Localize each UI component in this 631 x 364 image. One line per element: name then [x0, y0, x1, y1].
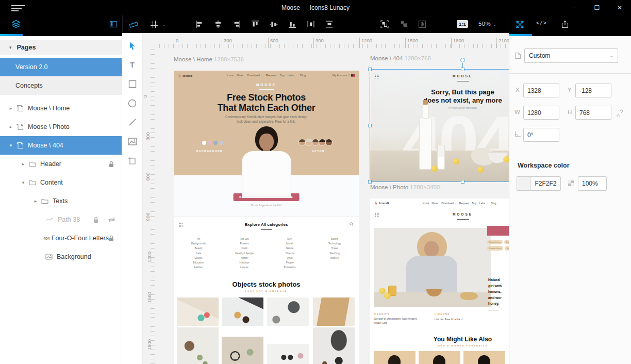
layer-row-path-38[interactable]: Path 38 — [0, 210, 122, 229]
share-export-icon[interactable] — [559, 19, 571, 30]
artboard-moose-home[interactable]: 🦌 Icons8 IconsMusicDownload ⌄RequestBuyL… — [174, 71, 359, 364]
y-input[interactable] — [575, 84, 611, 97]
align-bottom-icon[interactable] — [287, 19, 298, 30]
layer-row-texts[interactable]: ▸ Texts — [0, 192, 122, 210]
photo-tile[interactable] — [313, 297, 355, 326]
layer-row-header[interactable]: ▸ Header — [0, 155, 122, 173]
h-input[interactable] — [575, 106, 611, 120]
actor-avatars — [299, 139, 333, 146]
photo-tile[interactable] — [222, 297, 263, 326]
unlink-dimensions-icon[interactable] — [616, 109, 623, 117]
artboard-label-photo[interactable]: Moose \ Photo 1280×3450 — [370, 184, 440, 190]
404-headline-1: Sorry, But this page — [370, 88, 509, 96]
you-might-like-title: You Might Like Also — [370, 336, 509, 343]
selection-handle-mid-left[interactable] — [368, 124, 372, 127]
layer-row-moose-photo[interactable]: ▸ Moose \ Photo — [0, 118, 122, 136]
horizontal-ruler[interactable]: 03006009001200150018002100 — [155, 33, 509, 48]
lock-icon[interactable] — [93, 217, 99, 223]
search-icon[interactable] — [350, 222, 354, 226]
layer-row-moose-home[interactable]: ▸ Moose \ Home — [0, 99, 122, 118]
workspace-color-field[interactable]: F2F2F2 — [517, 176, 561, 191]
workspace-opacity-input[interactable] — [578, 176, 607, 191]
explore-underline — [261, 229, 272, 230]
artboard-moose-photo[interactable]: 🦌 Icons8 IconsMusicDownload ⌄RequestBuyL… — [370, 198, 509, 364]
x-input[interactable] — [523, 84, 559, 97]
select-tool-icon[interactable] — [128, 41, 137, 51]
ruler-toggle-icon[interactable] — [128, 19, 139, 30]
selection-handle-bottom-center[interactable] — [461, 180, 464, 184]
line-tool-icon[interactable] — [128, 118, 137, 127]
artboard-tool-icon[interactable] — [128, 156, 137, 165]
vertical-ruler[interactable]: 0300600900120015001800 — [143, 48, 155, 364]
chevron-down-icon[interactable]: ▾ — [9, 45, 12, 50]
photo-tile[interactable] — [313, 327, 355, 364]
rectangle-tool-icon[interactable] — [128, 79, 137, 89]
photo-person-face — [259, 134, 274, 150]
photo-tile[interactable] — [267, 344, 309, 364]
close-button[interactable]: ✕ — [608, 0, 631, 15]
rotation-angle-icon — [514, 131, 521, 138]
group-icon[interactable] — [379, 19, 390, 30]
align-left-icon[interactable] — [194, 19, 205, 30]
align-middle-vertical-icon[interactable] — [268, 19, 279, 30]
related-photo-tile[interactable] — [419, 351, 460, 364]
home-moose-wordmark: MOOSE — [174, 83, 359, 87]
lock-icon[interactable] — [108, 161, 114, 168]
layer-row-content[interactable]: ▾ Content — [0, 173, 122, 192]
artboard-label-404[interactable]: Moose \ 404 1280×768 — [370, 55, 431, 61]
related-photo-tile[interactable] — [463, 351, 505, 364]
download-note: Do not forget about the link! — [174, 204, 359, 207]
align-right-icon[interactable] — [231, 19, 242, 30]
image-tool-icon[interactable] — [128, 137, 137, 146]
photo-tile[interactable] — [267, 297, 309, 326]
photo-moose-underline — [457, 219, 469, 220]
404-moose-underline — [457, 81, 469, 81]
mask-icon[interactable] — [398, 19, 410, 30]
artboard-preset-icon — [514, 52, 521, 59]
photo-tile[interactable] — [222, 337, 263, 364]
photo-main-image — [374, 228, 491, 307]
photo-tile[interactable] — [177, 297, 219, 326]
page-item-version-2[interactable]: Version 2.0 — [0, 58, 122, 76]
rotation-handle[interactable] — [460, 58, 465, 62]
layers-tab-icon[interactable] — [10, 19, 22, 30]
rotation-input[interactable] — [523, 128, 559, 142]
workspace-color-hex[interactable]: F2F2F2 — [531, 180, 560, 187]
zoom-actual-size-button[interactable]: 1:1 — [457, 20, 468, 28]
minimize-button[interactable]: – — [563, 0, 586, 15]
selection-handle-top-left[interactable] — [368, 68, 372, 71]
selection-handle-top-center[interactable] — [461, 68, 464, 71]
photo-tile[interactable] — [177, 327, 219, 364]
align-center-horizontal-icon[interactable] — [212, 19, 224, 30]
workspace-color-swatch[interactable] — [517, 177, 531, 190]
grid-dropdown-chevron-icon[interactable]: ⌄ — [160, 19, 168, 30]
artboard-label-home[interactable]: Moose \ Home 1280×7536 — [174, 56, 244, 62]
oval-tool-icon[interactable] — [128, 98, 137, 108]
zoom-level-dropdown[interactable]: 50%⌄ — [478, 21, 497, 27]
related-photo-tile[interactable] — [374, 351, 416, 364]
eye-off-icon[interactable] — [108, 217, 115, 223]
maximize-button[interactable]: ☐ — [586, 0, 608, 15]
align-top-icon[interactable] — [250, 19, 261, 30]
selection-handle-bottom-left[interactable] — [368, 180, 372, 184]
layer-row-background[interactable]: Background — [0, 247, 122, 266]
lock-icon[interactable] — [108, 235, 114, 242]
canvas[interactable]: Moose \ Home 1280×7536 Moose \ 404 1280×… — [155, 48, 509, 364]
boolean-half-icon[interactable] — [417, 19, 428, 30]
distribute-horizontal-icon[interactable] — [305, 19, 317, 30]
text-tool-icon[interactable]: T — [128, 60, 137, 70]
w-input[interactable] — [523, 106, 559, 120]
hand-off-expand-icon[interactable] — [514, 19, 525, 30]
left-panel-toggle-icon[interactable] — [108, 19, 119, 30]
grid-toggle-icon[interactable] — [148, 19, 160, 30]
inspector-panel: Custom⌄ X Y W H Workspace color F2F2F2 — [509, 36, 631, 364]
distribute-vertical-icon[interactable] — [324, 19, 335, 30]
size-preset-dropdown[interactable]: Custom⌄ — [524, 48, 618, 63]
layer-row-moose-404[interactable]: ▾ Moose \ 404 — [0, 136, 122, 155]
artboard-moose-404[interactable]: 404 MOOSE Sorry, But this page does not … — [370, 70, 509, 181]
photo-download-button[interactable]: DOWNLOAD — [487, 226, 509, 236]
page-item-concepts[interactable]: Concepts — [0, 76, 122, 95]
layer-row-four-o-four-letters[interactable]: 404 Four-O-Four Letters — [0, 229, 122, 247]
code-view-icon[interactable]: </> — [536, 20, 546, 26]
x-label: X — [516, 87, 520, 93]
